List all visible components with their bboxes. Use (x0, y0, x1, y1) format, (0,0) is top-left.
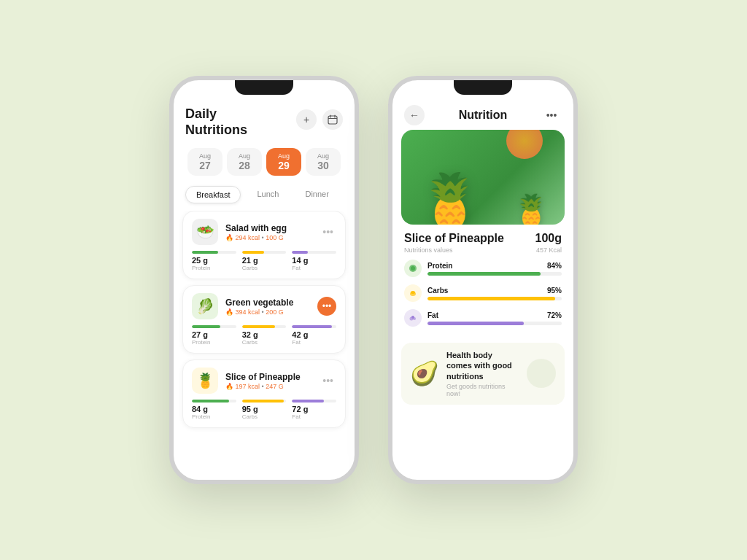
nutrient-row-fat: Fat 72% (404, 309, 562, 327)
nutrition-page-title: Nutrition (425, 109, 541, 122)
food-name-vegetable: Green vegetable (225, 298, 317, 308)
screen-content-2: ← Nutrition ••• 🍍 🍍 Slice of Pineapple (392, 80, 573, 480)
food-card-top-vegetable: 🥬 Green vegetable 🔥 394 kcal • 200 G ••• (192, 293, 336, 319)
nutrient-row-protein: Protein 84% (404, 260, 562, 277)
calendar-button[interactable] (322, 109, 343, 130)
pineapple-main-icon: 🍍 (417, 170, 483, 225)
pineapple-slice-icon: 🍍 (512, 192, 550, 225)
nutrition-protein-pineapple: 84 g Protein (192, 400, 236, 420)
page-title: Daily Nutritions (185, 106, 247, 138)
promo-decoration (527, 359, 556, 388)
food-card-vegetable: 🥬 Green vegetable 🔥 394 kcal • 200 G ••• (182, 285, 346, 354)
fruit-subtitle-row: Nutritions values 457 Kcal (404, 246, 562, 254)
tab-breakfast[interactable]: Breakfast (185, 186, 241, 203)
meal-tabs: Breakfast Lunch Dinner (174, 183, 355, 211)
nutrition-row-salad: 25 g Protein 21 g Carbs 14 g (192, 251, 336, 271)
nutrition-carbs-pineapple: 95 g Carbs (242, 400, 287, 420)
add-button[interactable]: + (296, 109, 317, 130)
phone-1: Daily Nutritions + (169, 76, 359, 484)
promo-text: Health body comes with good nutritions G… (446, 350, 519, 397)
food-icon-vegetable: 🥬 (192, 293, 218, 319)
food-more-pineapple[interactable]: ••• (320, 372, 336, 389)
food-info-vegetable: Green vegetable 🔥 394 kcal • 200 G (225, 298, 317, 316)
nutrient-label-protein: Protein 84% (427, 262, 562, 270)
fruit-image: 🍍 🍍 (401, 130, 565, 225)
screen-2: ← Nutrition ••• 🍍 🍍 Slice of Pineapple (392, 80, 573, 480)
nutrition-detail: Slice of Pineapple 100g Nutritions value… (392, 225, 573, 338)
nutrient-row-carbs: Carbs 95% (404, 284, 562, 302)
promo-title: Health body comes with good nutritions (446, 350, 519, 381)
back-button[interactable]: ← (404, 105, 425, 125)
food-card-pineapple: 🍍 Slice of Pineapple 🔥 197 kcal • 247 G … (182, 359, 346, 428)
nutrition-fat-pineapple: 72 g Fat (292, 400, 336, 420)
food-name-salad: Salad with egg (225, 223, 320, 233)
carbs-icon (404, 284, 422, 302)
tab-lunch[interactable]: Lunch (247, 186, 289, 203)
svg-point-7 (411, 291, 415, 294)
nutrition-fat-vegetable: 42 g Fat (292, 325, 336, 346)
tab-dinner[interactable]: Dinner (295, 186, 338, 203)
date-aug29[interactable]: Aug 29 (266, 148, 301, 176)
nutrient-info-fat: Fat 72% (427, 311, 562, 325)
phone-2: ← Nutrition ••• 🍍 🍍 Slice of Pineapple (388, 76, 578, 484)
fat-icon (404, 309, 422, 327)
promo-subtitle: Get goods nutritions now! (446, 383, 519, 397)
orange-accent (506, 130, 543, 159)
promo-card[interactable]: 🥑 Health body comes with good nutritions… (401, 343, 565, 405)
more-button[interactable]: ••• (541, 105, 562, 125)
nutrient-bar-protein (427, 272, 562, 276)
date-aug28[interactable]: Aug 28 (227, 148, 262, 176)
food-icon-salad: 🥗 (192, 219, 218, 245)
nutrition-fat-salad: 14 g Fat (292, 251, 336, 271)
food-meta-vegetable: 🔥 394 kcal • 200 G (225, 308, 317, 316)
promo-icon: 🥑 (410, 359, 439, 387)
food-name-pineapple: Slice of Pineapple (225, 372, 320, 382)
nutrition-carbs-vegetable: 32 g Carbs (242, 325, 287, 346)
nutrient-info-protein: Protein 84% (427, 262, 562, 276)
protein-icon (404, 260, 422, 277)
food-meta-pineapple: 🔥 197 kcal • 247 G (225, 383, 320, 390)
nutrition-row-pineapple: 84 g Protein 95 g Carbs 72 g (192, 400, 336, 420)
phone1-header: Daily Nutritions + (174, 98, 355, 144)
svg-point-10 (411, 316, 414, 319)
food-more-vegetable[interactable]: ••• (317, 297, 336, 316)
food-meta-salad: 🔥 294 kcal • 100 G (225, 234, 320, 241)
nutrition-carbs-salad: 21 g Carbs (242, 251, 287, 271)
fruit-weight: 100g (535, 232, 562, 245)
phone2-header: ← Nutrition ••• (392, 98, 573, 130)
date-aug30[interactable]: Aug 30 (306, 148, 341, 176)
nutrient-bar-fat (427, 322, 562, 325)
notch-2 (454, 80, 512, 95)
header-icons: + (296, 109, 343, 130)
fruit-title-row: Slice of Pineapple 100g (404, 232, 562, 245)
food-icon-pineapple: 🍍 (192, 368, 218, 394)
food-card-top-salad: 🥗 Salad with egg 🔥 294 kcal • 100 G ••• (192, 219, 336, 245)
nutrient-bar-carbs (427, 297, 562, 300)
nutrition-row-vegetable: 27 g Protein 32 g Carbs 42 g (192, 325, 336, 346)
nutrient-label-fat: Fat 72% (427, 311, 562, 319)
notch-1 (235, 80, 293, 95)
svg-rect-0 (328, 116, 337, 124)
food-info-pineapple: Slice of Pineapple 🔥 197 kcal • 247 G (225, 372, 320, 390)
date-aug27[interactable]: Aug 27 (187, 148, 222, 176)
food-more-salad[interactable]: ••• (320, 223, 336, 241)
svg-point-5 (411, 266, 415, 271)
nutrition-protein-vegetable: 27 g Protein (192, 325, 236, 346)
nutrient-info-carbs: Carbs 95% (427, 287, 562, 300)
date-selector: Aug 27 Aug 28 Aug 29 Aug 30 (174, 144, 355, 183)
nutrition-protein-salad: 25 g Protein (192, 251, 236, 271)
screen-1: Daily Nutritions + (174, 80, 355, 480)
fruit-scene: 🍍 🍍 (401, 130, 565, 225)
food-card-salad: 🥗 Salad with egg 🔥 294 kcal • 100 G ••• (182, 211, 346, 279)
fruit-name: Slice of Pineapple (404, 232, 504, 245)
food-list: 🥗 Salad with egg 🔥 294 kcal • 100 G ••• (174, 211, 355, 480)
screen-content-1: Daily Nutritions + (174, 80, 355, 480)
nutrient-label-carbs: Carbs 95% (427, 287, 562, 295)
food-info-salad: Salad with egg 🔥 294 kcal • 100 G (225, 223, 320, 241)
food-card-top-pineapple: 🍍 Slice of Pineapple 🔥 197 kcal • 247 G … (192, 368, 336, 394)
phones-container: Daily Nutritions + (169, 76, 578, 484)
